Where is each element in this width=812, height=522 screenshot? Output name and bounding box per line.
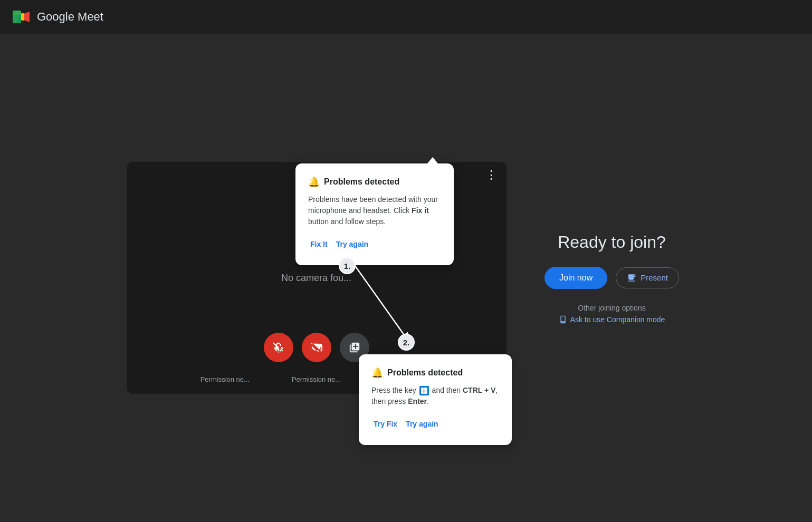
bell-icon-2: 🔔 bbox=[371, 367, 383, 379]
header: Google Meet bbox=[0, 0, 812, 34]
step-1-indicator: 1. bbox=[339, 257, 356, 274]
mic-off-icon bbox=[273, 342, 284, 353]
try-again-button-1[interactable]: Try again bbox=[334, 236, 370, 253]
popup-2-actions: Try Fix Try again bbox=[371, 415, 499, 432]
present-label: Present bbox=[641, 273, 668, 282]
popup-tail-1 bbox=[427, 157, 438, 163]
popup-card-1: 🔔 Problems detected Problems have been d… bbox=[295, 163, 454, 265]
present-button[interactable]: Present bbox=[616, 267, 679, 288]
effects-icon bbox=[349, 342, 360, 353]
popup-2-header: 🔔 Problems detected bbox=[371, 367, 499, 379]
popup-1-body: Problems have been detected with your mi… bbox=[308, 194, 441, 227]
popup-2-body-mid: and then bbox=[432, 386, 463, 394]
present-icon bbox=[627, 273, 636, 283]
fix-it-button[interactable]: Fix It bbox=[308, 236, 330, 253]
popup-1-header: 🔔 Problems detected bbox=[308, 176, 441, 188]
try-again-button-2[interactable]: Try again bbox=[404, 415, 440, 432]
popup-1-title: Problems detected bbox=[324, 177, 399, 187]
other-options: Other joining options Ask to use Compani… bbox=[559, 304, 665, 324]
companion-mode-text: Ask to use Companion mode bbox=[570, 315, 665, 324]
popup-card-2: 🔔 Problems detected Press the key and th… bbox=[359, 354, 512, 445]
popup-2-body: Press the key and then CTRL + V, then pr… bbox=[371, 385, 499, 407]
popup-2-body-end: . bbox=[427, 397, 429, 405]
popup-2-title: Problems detected bbox=[387, 368, 463, 378]
step-2-indicator: 2. bbox=[398, 334, 415, 351]
join-now-button[interactable]: Join now bbox=[544, 267, 607, 289]
ready-to-join-title: Ready to join? bbox=[558, 233, 666, 252]
join-actions: Join now Present bbox=[544, 267, 679, 289]
google-meet-logo-icon bbox=[11, 6, 32, 27]
companion-mode-link[interactable]: Ask to use Companion mode bbox=[559, 315, 665, 324]
controls-bar bbox=[264, 333, 369, 362]
three-dots-menu[interactable]: ⋮ bbox=[485, 168, 498, 182]
other-options-label: Other joining options bbox=[559, 304, 665, 312]
camera-off-icon bbox=[311, 342, 322, 353]
popup-2-body-keys: CTRL + V bbox=[463, 386, 495, 394]
popup-2-body-start: Press the key bbox=[371, 386, 418, 394]
svg-rect-5 bbox=[21, 13, 24, 21]
popup-1-body-end: button and follow steps. bbox=[308, 217, 386, 226]
windows-key-icon bbox=[419, 386, 429, 395]
turn-off-camera-button[interactable] bbox=[302, 333, 331, 362]
bell-icon-1: 🔔 bbox=[308, 176, 320, 188]
popup-1-actions: Fix It Try again bbox=[308, 236, 441, 253]
app-name: Google Meet bbox=[37, 10, 103, 24]
popup-1-body-bold: Fix it bbox=[412, 206, 429, 215]
main-content: No camera fou... ⋮ bbox=[0, 34, 812, 522]
try-fix-button[interactable]: Try Fix bbox=[371, 415, 399, 432]
logo-wrapper: Google Meet bbox=[11, 6, 103, 27]
mute-microphone-button[interactable] bbox=[264, 333, 293, 362]
permission-label-1: Permission ne... bbox=[200, 375, 250, 383]
svg-rect-4 bbox=[13, 11, 17, 23]
popup-2-body-enter: Enter bbox=[408, 397, 427, 405]
companion-mode-icon bbox=[559, 315, 567, 324]
permission-label-2: Permission ne... bbox=[292, 375, 341, 383]
right-panel: Ready to join? Join now Present Other jo… bbox=[538, 233, 686, 324]
no-camera-text: No camera fou... bbox=[281, 273, 351, 284]
